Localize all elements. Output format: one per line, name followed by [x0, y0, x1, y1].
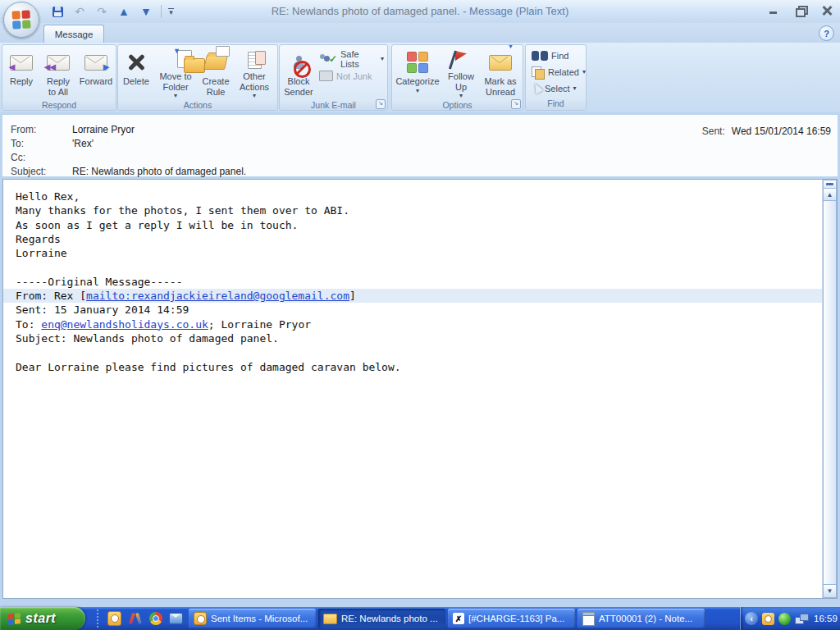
message-header: From: Lorraine Pryor Sent:Wed 15/01/2014…	[2, 115, 838, 176]
title-bar: ↶ ↷ ▲ ▼ ▾ RE: Newlands photo of damaged …	[0, 0, 840, 24]
other-actions-button[interactable]: Other Actions▾	[234, 47, 275, 99]
safe-lists-button[interactable]: ✓ Safe Lists▾	[317, 52, 386, 66]
body-line	[3, 260, 822, 274]
categorize-button[interactable]: Categorize▾	[393, 47, 442, 99]
related-icon	[532, 66, 545, 78]
follow-up-icon	[450, 48, 472, 71]
sent-label: Sent:	[702, 126, 725, 137]
options-dialog-launcher-icon[interactable]: ↘	[511, 99, 521, 109]
move-to-folder-button[interactable]: ▼ Move to Folder▾	[153, 47, 198, 99]
group-label-actions: Actions	[118, 99, 277, 111]
from-label: From:	[11, 123, 36, 137]
email-link[interactable]: enq@newlandsholidays.co.uk	[41, 318, 208, 331]
block-sender-button[interactable]: Block Sender	[281, 47, 317, 99]
scrollbar-thumb[interactable]	[823, 200, 837, 586]
reply-icon: ◄	[10, 48, 33, 76]
vertical-scrollbar[interactable]: ▲ ▼	[822, 180, 837, 598]
reminder-clock-icon[interactable]	[762, 613, 774, 625]
mark-as-unread-button[interactable]: ▼ Mark as Unread	[480, 47, 521, 99]
body-line: Sent: 15 January 2014 14:59	[3, 303, 822, 317]
junk-dialog-launcher-icon[interactable]: ↘	[376, 99, 386, 109]
network-icon[interactable]	[795, 614, 808, 624]
minimize-icon[interactable]	[768, 5, 781, 16]
categorize-icon	[407, 48, 428, 76]
taskbar-clock[interactable]: 16:59	[814, 614, 838, 623]
system-tray: ‹ 16:59	[740, 607, 840, 630]
outlook-icon	[194, 612, 207, 625]
ribbon: ◄ Reply ◄◄ Reply to All ► Forward Respon…	[0, 43, 840, 113]
window-title: RE: Newlands photo of damaged panel. - M…	[0, 5, 840, 17]
quicklaunch-chrome-icon[interactable]	[148, 612, 162, 626]
ribbon-group-respond: ◄ Reply ◄◄ Reply to All ► Forward Respon…	[2, 44, 116, 111]
window-controls	[768, 5, 833, 16]
reply-to-all-button[interactable]: ◄◄ Reply to All	[39, 47, 77, 99]
close-icon[interactable]	[820, 5, 833, 16]
body-line: As soon as I get a reply I will be in to…	[3, 218, 822, 232]
sent-value: Wed 15/01/2014 16:59	[732, 126, 831, 137]
body-line: Hello Rex,	[3, 189, 822, 203]
office-button[interactable]	[3, 2, 39, 38]
block-sender-icon	[294, 48, 304, 76]
find-icon	[532, 51, 548, 61]
task-sent-items[interactable]: Sent Items - Microsof...	[189, 609, 316, 628]
restore-icon[interactable]	[794, 5, 807, 16]
message-body[interactable]: Hello Rex,Many thanks for the photos, I …	[2, 179, 838, 599]
not-junk-icon	[319, 71, 333, 81]
task-buttons: Sent Items - Microsof... RE: Newlands ph…	[189, 609, 705, 628]
reply-all-icon: ◄◄	[47, 48, 70, 76]
tab-message[interactable]: Message	[43, 25, 104, 43]
quicklaunch-mail-icon[interactable]	[169, 612, 183, 626]
body-line: To: enq@newlandsholidays.co.uk; Lorraine…	[3, 317, 822, 331]
scroll-down-icon[interactable]: ▼	[823, 584, 837, 598]
create-rule-button[interactable]: Create Rule	[198, 47, 234, 99]
create-rule-icon	[205, 48, 226, 76]
ribbon-tab-row: Message	[0, 23, 840, 43]
select-icon	[532, 83, 541, 94]
tray-chevron-icon[interactable]: ‹	[745, 612, 758, 625]
task-att00001[interactable]: ATT00001 (2) - Note...	[578, 609, 705, 628]
windows-flag-icon	[8, 613, 21, 625]
other-actions-icon	[248, 48, 262, 71]
related-button[interactable]: Related▾	[529, 65, 587, 79]
body-line: Many thanks for the photos, I sent them …	[3, 203, 822, 217]
outlook-message-window: ↶ ↷ ▲ ▼ ▾ RE: Newlands photo of damaged …	[0, 0, 840, 630]
start-button[interactable]: start	[0, 607, 85, 630]
cc-label: Cc:	[11, 151, 25, 165]
quicklaunch-outlook-icon[interactable]	[107, 612, 121, 626]
group-label-find: Find	[526, 98, 586, 110]
mark-as-unread-icon: ▼	[489, 48, 512, 76]
reply-button[interactable]: ◄ Reply	[3, 47, 39, 99]
taskbar-separator	[97, 609, 101, 628]
group-label-options: Options↘	[392, 99, 523, 111]
help-icon[interactable]: ?	[819, 25, 834, 41]
safe-lists-icon	[319, 54, 331, 64]
follow-up-button[interactable]: Follow Up▾	[442, 47, 480, 99]
notepad-icon	[582, 612, 595, 626]
body-line: Regards	[3, 232, 822, 246]
forward-button[interactable]: ► Forward	[77, 47, 115, 99]
message-body-text: Hello Rex,Many thanks for the photos, I …	[3, 189, 822, 374]
select-button[interactable]: Select▾	[529, 81, 587, 95]
message-area: From: Lorraine Pryor Sent:Wed 15/01/2014…	[0, 112, 840, 607]
ribbon-group-find: Find Related▾ Select▾ Find	[525, 44, 587, 111]
email-link[interactable]: mailto:rexandjackieireland@googlemail.co…	[86, 290, 349, 302]
ribbon-group-junk: Block Sender ✓ Safe Lists▾ Not Junk Junk…	[279, 44, 388, 111]
ribbon-group-options: Categorize▾ Follow Up▾ ▼ Mark as Unread …	[391, 44, 523, 111]
body-line: From: Rex [mailto:rexandjackieireland@go…	[3, 289, 822, 303]
body-line: Dear Lorraine please find pictures of da…	[3, 360, 822, 374]
quicklaunch-paint-icon[interactable]	[128, 612, 142, 626]
office-logo-icon	[11, 10, 30, 29]
body-line: Subject: Newlands photo of damaged panel…	[3, 331, 822, 345]
status-orb-icon[interactable]	[778, 613, 791, 625]
body-line: Lorraine	[3, 246, 822, 260]
group-label-junk: Junk E-mail↘	[280, 99, 387, 111]
subject-label: Subject:	[11, 165, 46, 179]
not-junk-button[interactable]: Not Junk	[317, 69, 386, 83]
find-button[interactable]: Find	[529, 48, 587, 62]
task-charge-1163[interactable]: ✗ [#CHARGE-1163] Pa...	[448, 609, 575, 628]
task-re-newlands[interactable]: RE: Newlands photo ...	[318, 609, 445, 628]
group-label-respond: Respond	[2, 99, 116, 111]
ribbon-group-actions: Delete ▼ Move to Folder▾ Create Rule	[117, 44, 278, 111]
delete-button[interactable]: Delete	[119, 47, 153, 99]
body-line: -----Original Message-----	[3, 275, 822, 289]
